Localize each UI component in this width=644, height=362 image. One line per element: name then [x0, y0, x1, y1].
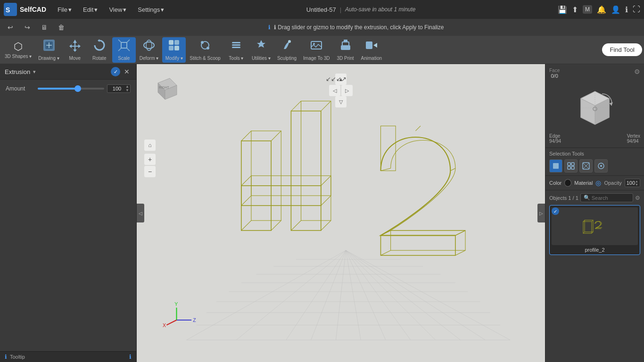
sel-face-button[interactable] — [549, 159, 562, 173]
edge-vertex-stats: Edge 94/94 Vertex 94/94 — [549, 133, 640, 144]
share-icon[interactable]: ⬆ — [572, 5, 578, 14]
svg-line-64 — [241, 221, 251, 230]
sel-all-button[interactable] — [594, 159, 608, 173]
search-box[interactable]: 🔍 — [580, 193, 633, 202]
tool-tools[interactable]: Tools ▾ — [224, 37, 248, 63]
sel-edge-button[interactable] — [564, 159, 578, 173]
title-area: Untitled-57 | Auto-save in about 1 minut… — [306, 6, 416, 13]
material-icon[interactable]: ◎ — [595, 179, 601, 187]
panel-header: Extrusion ▾ ✓ ✕ — [0, 64, 136, 80]
amount-input[interactable]: 100 ▲ ▼ — [107, 84, 131, 93]
tool-3dprint[interactable]: 3D Print — [334, 37, 357, 63]
tool-animation[interactable]: Animation — [358, 37, 385, 63]
stitch-icon — [198, 39, 212, 55]
autosave-text: Auto-save in about 1 minute — [345, 6, 415, 13]
animation-icon — [365, 39, 378, 55]
tool-drawing[interactable]: Drawing ▾ — [35, 37, 62, 63]
opacity-up[interactable]: ▲ — [635, 180, 638, 183]
menu-view[interactable]: View▾ — [104, 4, 131, 15]
object-item-profile2[interactable]: ✓ — [549, 205, 640, 255]
right-panel: Face 0/0 ⚙ — [545, 64, 644, 362]
undo-button[interactable]: ↩ — [4, 21, 17, 34]
drawing-label: Drawing ▾ — [38, 56, 59, 61]
tool-scale[interactable]: Scale — [112, 37, 136, 63]
move-label: Move — [69, 56, 81, 61]
tool-deform[interactable]: Deform ▾ — [137, 37, 162, 63]
find-tool-button[interactable]: Find Tool — [602, 43, 642, 56]
menu-file[interactable]: File▾ — [53, 4, 76, 15]
animation-label: Animation — [361, 56, 382, 61]
tool-rotate[interactable]: Rotate — [88, 37, 111, 63]
tooltip-more-icon[interactable]: ℹ — [129, 354, 132, 360]
tool-utilities[interactable]: Utilities ▾ — [249, 37, 273, 63]
info-icon[interactable]: ℹ — [625, 5, 628, 14]
monitor-button[interactable]: 🖥 — [38, 21, 51, 34]
object-name: profile_2 — [552, 247, 638, 253]
svg-text:S: S — [6, 6, 10, 14]
save-icon[interactable]: 💾 — [558, 5, 567, 14]
tool-3dshapes[interactable]: ⬡ 3D Shapes ▾ — [2, 37, 34, 63]
logo-area[interactable]: S SelfCAD — [4, 3, 46, 16]
opacity-spinbox[interactable]: 100 ▲ ▼ — [625, 179, 640, 187]
tool-stitch[interactable]: Stitch & Scoop — [187, 37, 223, 63]
3d-cube-preview[interactable] — [549, 84, 640, 132]
m-badge[interactable]: M — [583, 5, 592, 14]
left-panel: Extrusion ▾ ✓ ✕ Amount 100 — [0, 64, 137, 362]
panel-apply-button[interactable]: ✓ — [111, 67, 120, 76]
face-stat: Face 0/0 — [549, 68, 560, 79]
search-settings-icon[interactable]: ⚙ — [635, 195, 640, 201]
image3d-label: Image To 3D — [303, 56, 330, 61]
svg-line-72 — [321, 176, 331, 186]
sculpting-label: Sculpting — [277, 56, 297, 61]
main-layout: Extrusion ▾ ✓ ✕ Amount 100 — [0, 64, 644, 362]
deform-label: Deform ▾ — [140, 56, 159, 61]
svg-line-12 — [127, 48, 130, 51]
svg-rect-80 — [391, 230, 465, 250]
svg-line-52 — [346, 250, 386, 340]
objects-count: Objects 1 / 1 — [549, 195, 578, 201]
svg-line-47 — [236, 250, 346, 340]
doc-title: Untitled-57 — [306, 6, 336, 13]
tool-move[interactable]: Move — [63, 37, 87, 63]
bell-icon[interactable]: 🔔 — [597, 5, 606, 14]
amount-label: Amount — [6, 85, 34, 92]
collapse-right-button[interactable]: ▷ — [537, 204, 545, 222]
selection-buttons — [549, 159, 640, 173]
tool-modify[interactable]: Modify ▾ — [162, 37, 186, 63]
svg-line-74 — [241, 196, 251, 206]
amount-spin-down[interactable]: ▼ — [125, 89, 129, 92]
svg-line-67 — [321, 101, 331, 111]
svg-line-85 — [450, 168, 455, 171]
color-picker[interactable] — [564, 179, 571, 187]
svg-rect-18 — [174, 46, 179, 50]
viewport[interactable]: RIGHT ▲ ◁ ▷ ▽ ⌂ + − — [137, 64, 545, 362]
collapse-left-button[interactable]: ◁ — [137, 204, 144, 222]
fullscreen-icon[interactable]: ⛶ — [633, 5, 640, 14]
svg-rect-106 — [568, 166, 570, 169]
trash-button[interactable]: 🗑 — [55, 21, 68, 34]
search-input[interactable] — [592, 195, 629, 201]
sel-vertex-button[interactable] — [579, 159, 593, 173]
svg-text:X: X — [163, 322, 166, 328]
info-bar: ℹ ℹ Drag slider or gizmo to modify the e… — [72, 24, 640, 31]
tools-label: Tools ▾ — [229, 56, 243, 61]
svg-line-50 — [336, 250, 346, 340]
svg-line-81 — [380, 230, 390, 236]
tool-sculpting[interactable]: Sculpting — [274, 37, 299, 63]
redo-button[interactable]: ↪ — [21, 21, 34, 34]
right-settings-icon[interactable]: ⚙ — [634, 68, 640, 75]
tools-icon — [230, 39, 243, 55]
svg-rect-24 — [232, 47, 240, 48]
opacity-down[interactable]: ▼ — [635, 183, 638, 186]
amount-slider[interactable] — [38, 88, 104, 90]
menu-edit[interactable]: Edit▾ — [78, 4, 102, 15]
panel-close-button[interactable]: ✕ — [122, 67, 132, 76]
svg-marker-102 — [609, 102, 613, 106]
svg-text:Y: Y — [174, 301, 178, 307]
menu-settings[interactable]: Settings▾ — [133, 4, 169, 15]
svg-line-71 — [241, 176, 251, 186]
scale-label: Scale — [118, 56, 130, 61]
user-icon[interactable]: 👤 — [611, 5, 620, 14]
material-label: Material — [574, 180, 593, 186]
tool-image3d[interactable]: Image To 3D — [300, 37, 333, 63]
